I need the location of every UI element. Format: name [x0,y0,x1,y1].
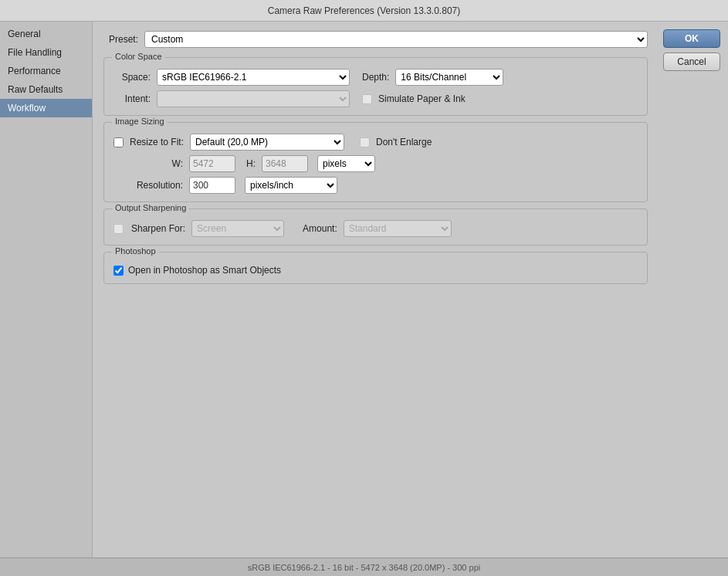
status-text: sRGB IEC61966-2.1 - 16 bit - 5472 x 3648… [248,563,480,572]
open-ps-checkbox[interactable] [113,266,124,276]
buttons-area: OK Cancel [659,22,728,557]
resolution-label: Resolution: [113,180,183,191]
resolution-input[interactable] [189,177,235,194]
color-space-section: Color Space Space: sRGB IEC61966-2.1 Dep… [103,57,648,116]
preset-row: Preset: Custom [103,31,648,48]
sharpen-checkbox[interactable] [113,224,124,234]
output-sharpening-title: Output Sharpening [112,203,189,212]
resize-select[interactable]: Default (20,0 MP) [190,134,344,151]
sidebar-item-workflow[interactable]: Workflow [0,99,92,117]
window-title: Camera Raw Preferences (Version 13.3.0.8… [268,5,460,16]
sidebar-item-performance[interactable]: Performance [0,62,92,80]
sharpen-select[interactable]: Screen [191,220,284,237]
resolution-unit-select[interactable]: pixels/inch [245,177,337,194]
w-input[interactable] [189,155,235,172]
resize-label: Resize to Fit: [130,137,184,147]
depth-select[interactable]: 16 Bits/Channel [395,69,503,86]
main-area: Preset: Custom Color Space Space: sRGB I… [93,22,659,557]
sidebar-item-raw-defaults[interactable]: Raw Defaults [0,80,92,99]
simulate-label: Simulate Paper & Ink [378,93,466,104]
color-space-title: Color Space [112,52,165,61]
size-unit-select[interactable]: pixels [317,155,375,172]
cancel-button[interactable]: Cancel [663,53,720,71]
h-label: H: [246,158,256,169]
amount-label: Amount: [303,223,337,234]
amount-select[interactable]: Standard [344,220,452,237]
resize-row: Resize to Fit: Default (20,0 MP) Don't E… [113,134,638,151]
dont-enlarge-checkbox[interactable] [360,137,370,147]
open-ps-label: Open in Photoshop as Smart Objects [128,265,281,276]
photoshop-title: Photoshop [112,246,159,256]
sidebar-item-file-handling[interactable]: File Handling [0,43,92,62]
title-bar: Camera Raw Preferences (Version 13.3.0.8… [0,0,728,22]
preset-label: Preset: [103,34,138,45]
ok-button[interactable]: OK [663,29,720,48]
preset-select[interactable]: Custom [144,31,648,48]
sharpen-row: Sharpen For: Screen Amount: Standard [113,220,638,237]
status-bar: sRGB IEC61966-2.1 - 16 bit - 5472 x 3648… [0,557,728,576]
h-input[interactable] [262,155,308,172]
sidebar-item-general[interactable]: General [0,25,92,43]
intent-select[interactable] [157,90,350,107]
space-label: Space: [113,72,151,83]
resolution-row: Resolution: pixels/inch [113,177,638,194]
wh-row: W: H: pixels [113,155,638,172]
resize-checkbox[interactable] [113,137,124,147]
depth-label: Depth: [362,72,389,83]
space-select[interactable]: sRGB IEC61966-2.1 [157,69,350,86]
sharpen-label: Sharpen For: [131,223,185,234]
image-sizing-title: Image Sizing [112,117,168,126]
intent-label: Intent: [113,93,151,104]
sidebar: General File Handling Performance Raw De… [0,22,93,557]
intent-row: Intent: Simulate Paper & Ink [113,90,638,107]
dont-enlarge-label: Don't Enlarge [376,137,432,147]
output-sharpening-section: Output Sharpening Sharpen For: Screen Am… [103,208,648,246]
image-sizing-section: Image Sizing Resize to Fit: Default (20,… [103,122,648,202]
w-label: W: [113,158,183,169]
color-space-row: Space: sRGB IEC61966-2.1 Depth: 16 Bits/… [113,69,638,86]
open-photoshop-row: Open in Photoshop as Smart Objects [113,265,638,276]
photoshop-section: Photoshop Open in Photoshop as Smart Obj… [103,252,648,284]
simulate-checkbox[interactable] [362,94,372,104]
